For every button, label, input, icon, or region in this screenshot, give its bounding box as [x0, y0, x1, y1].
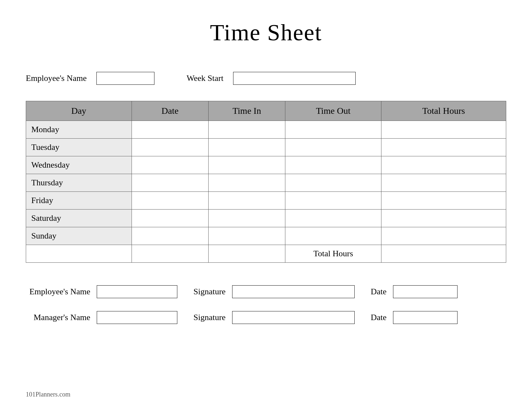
date-wednesday[interactable] — [132, 156, 208, 174]
timesheet-table: Day Date Time In Time Out Total Hours Mo… — [26, 101, 506, 263]
table-row: Tuesday — [26, 139, 506, 156]
day-thursday: Thursday — [26, 174, 132, 192]
day-sunday: Sunday — [26, 227, 132, 245]
employee-bottom-name-input[interactable] — [97, 285, 177, 298]
employee-name-input[interactable] — [96, 72, 154, 85]
date-friday[interactable] — [132, 192, 208, 210]
manager-signature-label: Signature — [193, 313, 226, 322]
employee-signature-input[interactable] — [232, 285, 355, 298]
day-friday: Friday — [26, 192, 132, 210]
timeout-saturday[interactable] — [285, 210, 381, 227]
timeout-monday[interactable] — [285, 121, 381, 139]
table-row: Thursday — [26, 174, 506, 192]
table-row: Sunday — [26, 227, 506, 245]
bottom-fields: Employee's Name Signature Date Manager's… — [26, 285, 506, 324]
page: Time Sheet Employee's Name Week Start Da… — [0, 0, 532, 411]
totalhours-tuesday[interactable] — [381, 139, 506, 156]
employee-name-label: Employee's Name — [26, 73, 87, 83]
total-row: Total Hours — [26, 245, 506, 263]
week-start-label: Week Start — [187, 73, 223, 83]
timein-wednesday[interactable] — [208, 156, 285, 174]
timein-thursday[interactable] — [208, 174, 285, 192]
employee-date-label: Date — [371, 287, 387, 297]
total-empty-2 — [132, 245, 208, 263]
col-day: Day — [26, 101, 132, 121]
totalhours-friday[interactable] — [381, 192, 506, 210]
totalhours-wednesday[interactable] — [381, 156, 506, 174]
timein-saturday[interactable] — [208, 210, 285, 227]
table-header-row: Day Date Time In Time Out Total Hours — [26, 101, 506, 121]
manager-bottom-name-label: Manager's Name — [26, 313, 90, 322]
manager-bottom-row: Manager's Name Signature Date — [26, 311, 506, 324]
totalhours-sunday[interactable] — [381, 227, 506, 245]
date-saturday[interactable] — [132, 210, 208, 227]
timeout-friday[interactable] — [285, 192, 381, 210]
col-timeout: Time Out — [285, 101, 381, 121]
table-row: Saturday — [26, 210, 506, 227]
day-saturday: Saturday — [26, 210, 132, 227]
timeout-wednesday[interactable] — [285, 156, 381, 174]
table-row: Wednesday — [26, 156, 506, 174]
employee-signature-label: Signature — [193, 287, 226, 297]
total-empty-1 — [26, 245, 132, 263]
manager-date-input[interactable] — [393, 311, 458, 324]
day-tuesday: Tuesday — [26, 139, 132, 156]
day-wednesday: Wednesday — [26, 156, 132, 174]
timein-tuesday[interactable] — [208, 139, 285, 156]
total-empty-3 — [208, 245, 285, 263]
date-monday[interactable] — [132, 121, 208, 139]
total-hours-label: Total Hours — [285, 245, 381, 263]
timein-monday[interactable] — [208, 121, 285, 139]
timeout-thursday[interactable] — [285, 174, 381, 192]
week-start-input[interactable] — [233, 72, 356, 85]
employee-bottom-row: Employee's Name Signature Date — [26, 285, 506, 298]
timein-friday[interactable] — [208, 192, 285, 210]
timein-sunday[interactable] — [208, 227, 285, 245]
employee-date-input[interactable] — [393, 285, 458, 298]
table-row: Friday — [26, 192, 506, 210]
col-totalhours: Total Hours — [381, 101, 506, 121]
col-date: Date — [132, 101, 208, 121]
col-timein: Time In — [208, 101, 285, 121]
date-sunday[interactable] — [132, 227, 208, 245]
timeout-tuesday[interactable] — [285, 139, 381, 156]
employee-bottom-name-label: Employee's Name — [26, 287, 90, 297]
page-title: Time Sheet — [26, 19, 506, 46]
date-thursday[interactable] — [132, 174, 208, 192]
day-monday: Monday — [26, 121, 132, 139]
total-hours-value[interactable] — [381, 245, 506, 263]
manager-date-label: Date — [371, 313, 387, 322]
timeout-sunday[interactable] — [285, 227, 381, 245]
totalhours-saturday[interactable] — [381, 210, 506, 227]
date-tuesday[interactable] — [132, 139, 208, 156]
manager-signature-input[interactable] — [232, 311, 355, 324]
footer: 101Planners.com — [26, 391, 70, 398]
table-row: Monday — [26, 121, 506, 139]
header-fields: Employee's Name Week Start — [26, 72, 506, 85]
totalhours-monday[interactable] — [381, 121, 506, 139]
totalhours-thursday[interactable] — [381, 174, 506, 192]
manager-bottom-name-input[interactable] — [97, 311, 177, 324]
